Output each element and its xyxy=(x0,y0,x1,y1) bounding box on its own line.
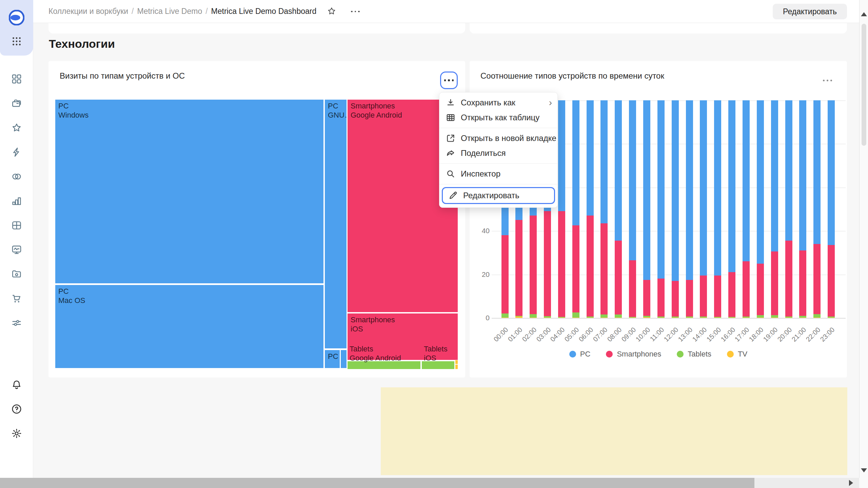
bar-segment-tablets[interactable] xyxy=(672,317,679,318)
storage-folder-icon[interactable] xyxy=(11,268,22,280)
bar-segment-tv[interactable] xyxy=(587,318,594,318)
bar-segment-pc[interactable] xyxy=(785,100,792,241)
bar-segment-tv[interactable] xyxy=(544,318,551,318)
services-sliders-icon[interactable] xyxy=(11,317,22,329)
bar-segment-smartphones[interactable] xyxy=(530,216,537,314)
bar-segment-tv[interactable] xyxy=(700,318,707,318)
menu-item-search[interactable]: Инспектор xyxy=(439,166,557,181)
bar-segment-smartphones[interactable] xyxy=(771,251,778,315)
legend-item-pc[interactable]: PC xyxy=(569,350,591,359)
bar-segment-tv[interactable] xyxy=(813,318,821,318)
bar-segment-tv[interactable] xyxy=(515,317,522,318)
favorites-star-icon[interactable] xyxy=(11,122,22,134)
treemap-tile-tv-1[interactable] xyxy=(455,360,458,364)
scroll-right-icon[interactable] xyxy=(849,480,853,486)
bar-segment-smartphones[interactable] xyxy=(672,281,679,317)
bar-segment-tablets[interactable] xyxy=(785,317,792,318)
breadcrumb-workbook[interactable]: Metrica Live Demo xyxy=(137,7,202,16)
bar-segment-pc[interactable] xyxy=(686,100,693,280)
bar-segment-tablets[interactable] xyxy=(515,316,522,317)
apps-grid-icon[interactable] xyxy=(11,36,22,47)
bar-segment-tv[interactable] xyxy=(558,318,565,318)
bar-segment-tablets[interactable] xyxy=(771,315,778,317)
bar-segment-pc[interactable] xyxy=(700,100,707,276)
favorite-star-icon[interactable] xyxy=(325,5,338,18)
bar-segment-tablets[interactable] xyxy=(743,317,750,318)
bar-segment-smartphones[interactable] xyxy=(501,235,509,313)
bar-segment-smartphones[interactable] xyxy=(799,250,806,316)
bar-segment-smartphones[interactable] xyxy=(657,279,665,317)
treemap-tile-pc-tiny[interactable] xyxy=(341,350,347,368)
bar-segment-pc[interactable] xyxy=(714,100,721,276)
bar-segment-tablets[interactable] xyxy=(728,317,735,318)
bar-segment-tv[interactable] xyxy=(757,318,764,318)
bar-segment-smartphones[interactable] xyxy=(572,225,579,312)
bar-segment-tablets[interactable] xyxy=(643,316,650,317)
bar-segment-tablets[interactable] xyxy=(629,317,636,317)
marketplace-cart-icon[interactable] xyxy=(11,293,22,304)
menu-item-share[interactable]: Поделиться xyxy=(439,146,557,161)
datasets-circles-icon[interactable] xyxy=(11,171,22,182)
legend-item-tv[interactable]: TV xyxy=(727,350,747,359)
menu-item-pencil[interactable]: Редактировать xyxy=(443,188,554,203)
bar-segment-smartphones[interactable] xyxy=(785,241,792,316)
bar-segment-tv[interactable] xyxy=(828,318,835,318)
menu-item-external-link[interactable]: Открыть в новой вкладке xyxy=(439,131,557,146)
bar-segment-tv[interactable] xyxy=(771,318,778,318)
bar-segment-tv[interactable] xyxy=(657,318,665,318)
bar-segment-tv[interactable] xyxy=(600,318,608,318)
bar-segment-tablets[interactable] xyxy=(799,316,806,318)
help-question-icon[interactable] xyxy=(11,403,22,415)
bar-segment-tv[interactable] xyxy=(629,318,636,318)
bar-segment-pc[interactable] xyxy=(828,100,835,245)
bar-segment-tv[interactable] xyxy=(686,318,693,318)
datalens-logo[interactable] xyxy=(9,10,24,25)
bar-segment-tv[interactable] xyxy=(714,318,721,318)
charts-bars-icon[interactable] xyxy=(11,195,22,207)
bar-segment-tablets[interactable] xyxy=(714,317,721,318)
legend-item-smartphones[interactable]: Smartphones xyxy=(606,350,661,359)
legend-item-tablets[interactable]: Tablets xyxy=(677,350,711,359)
bars-widget-menu-icon[interactable] xyxy=(819,73,835,87)
tables-grid-icon[interactable] xyxy=(11,220,22,231)
scroll-down-icon[interactable] xyxy=(861,468,867,472)
bar-segment-tv[interactable] xyxy=(672,318,679,318)
vertical-scroll-thumb[interactable] xyxy=(862,24,866,146)
bar-segment-tablets[interactable] xyxy=(530,314,537,318)
bar-segment-smartphones[interactable] xyxy=(700,276,707,317)
connections-lightning-icon[interactable] xyxy=(11,146,22,158)
bar-segment-pc[interactable] xyxy=(757,100,764,264)
bar-segment-smartphones[interactable] xyxy=(515,220,522,316)
bar-segment-smartphones[interactable] xyxy=(714,276,721,317)
bar-segment-pc[interactable] xyxy=(615,100,622,241)
vertical-scrollbar[interactable] xyxy=(859,0,868,478)
bar-segment-tv[interactable] xyxy=(572,318,579,318)
bar-segment-tv[interactable] xyxy=(728,318,735,318)
bar-segment-tablets[interactable] xyxy=(686,317,693,318)
bar-segment-smartphones[interactable] xyxy=(587,216,594,316)
bar-segment-pc[interactable] xyxy=(657,100,665,279)
bar-segment-smartphones[interactable] xyxy=(813,244,821,314)
bar-segment-tv[interactable] xyxy=(530,318,537,318)
bar-segment-tablets[interactable] xyxy=(600,314,608,318)
dashboard-more-menu-icon[interactable] xyxy=(349,5,362,18)
edit-dashboard-button[interactable]: Редактировать xyxy=(773,4,847,19)
bar-segment-pc[interactable] xyxy=(587,100,594,216)
bar-segment-smartphones[interactable] xyxy=(558,211,565,317)
bar-segment-smartphones[interactable] xyxy=(600,223,608,314)
bar-segment-tv[interactable] xyxy=(501,318,509,318)
bar-segment-tablets[interactable] xyxy=(700,317,707,318)
treemap-widget-menu-icon[interactable] xyxy=(440,72,458,89)
workbooks-folders-icon[interactable] xyxy=(11,98,22,109)
settings-gear-icon[interactable] xyxy=(11,428,22,439)
treemap-tile-tv-2[interactable] xyxy=(455,365,458,369)
bar-segment-tablets[interactable] xyxy=(757,315,764,317)
bar-segment-tablets[interactable] xyxy=(615,314,622,318)
bar-segment-tv[interactable] xyxy=(643,317,650,318)
notifications-bell-icon[interactable] xyxy=(11,379,22,390)
bar-segment-pc[interactable] xyxy=(572,100,579,225)
bar-segment-tablets[interactable] xyxy=(828,317,835,318)
bar-segment-tablets[interactable] xyxy=(544,316,551,318)
bar-segment-tv[interactable] xyxy=(743,318,750,318)
bar-segment-tablets[interactable] xyxy=(558,317,565,318)
